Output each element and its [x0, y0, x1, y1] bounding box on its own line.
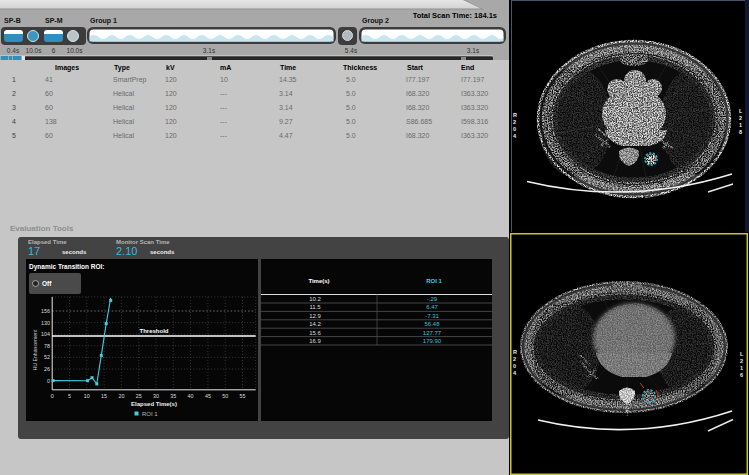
svg-text:Time(s): Time(s)	[308, 278, 329, 284]
svg-text:56.48: 56.48	[424, 321, 440, 327]
svg-text:ROI 1: ROI 1	[142, 411, 158, 417]
svg-text:5: 5	[68, 393, 71, 399]
svg-text:2: 2	[513, 119, 516, 125]
svg-text:127.77: 127.77	[423, 329, 442, 335]
svg-text:10.2: 10.2	[309, 296, 321, 302]
svg-text:30: 30	[153, 393, 159, 399]
svg-text:25: 25	[136, 393, 142, 399]
svg-text:156: 156	[41, 308, 50, 314]
svg-text:11.5: 11.5	[309, 304, 321, 310]
svg-text:130: 130	[41, 319, 50, 325]
svg-text:50: 50	[222, 393, 228, 399]
svg-text:ROI 1: ROI 1	[426, 278, 442, 284]
svg-text:78: 78	[44, 342, 50, 348]
svg-text:10: 10	[84, 393, 90, 399]
svg-text:35: 35	[170, 393, 176, 399]
svg-text:0: 0	[513, 126, 516, 132]
svg-text:12.9: 12.9	[309, 312, 321, 318]
svg-text:2: 2	[513, 356, 516, 362]
svg-text:55: 55	[240, 393, 246, 399]
svg-text:20: 20	[118, 393, 124, 399]
svg-text:0: 0	[513, 363, 516, 369]
svg-text:0: 0	[47, 377, 50, 383]
svg-text:52: 52	[44, 354, 50, 360]
svg-text:16.9: 16.9	[309, 338, 321, 344]
svg-text:40: 40	[188, 393, 194, 399]
svg-text:6: 6	[740, 372, 743, 378]
svg-text:6.47: 6.47	[426, 304, 438, 310]
svg-text:1: 1	[739, 122, 742, 128]
svg-text:179.90: 179.90	[423, 338, 442, 344]
svg-text:R: R	[513, 349, 517, 355]
svg-text:26: 26	[44, 366, 50, 372]
svg-text:15.6: 15.6	[309, 329, 321, 335]
svg-text:0: 0	[51, 393, 54, 399]
svg-text:R: R	[513, 112, 517, 118]
svg-text:1: 1	[740, 365, 743, 371]
svg-text:HU Enhancement: HU Enhancement	[32, 328, 38, 370]
svg-text:104: 104	[41, 331, 50, 337]
svg-text:14.2: 14.2	[309, 321, 321, 327]
svg-text:-7.31: -7.31	[425, 312, 439, 318]
svg-text:Elapsed Time(s): Elapsed Time(s)	[131, 400, 177, 406]
svg-text:8: 8	[739, 129, 742, 135]
svg-text:45: 45	[205, 393, 211, 399]
svg-text:2: 2	[740, 358, 743, 364]
svg-text:2: 2	[739, 115, 742, 121]
svg-text:Threshold: Threshold	[139, 328, 168, 334]
svg-text:-.29: -.29	[427, 296, 438, 302]
svg-text:15: 15	[101, 393, 107, 399]
